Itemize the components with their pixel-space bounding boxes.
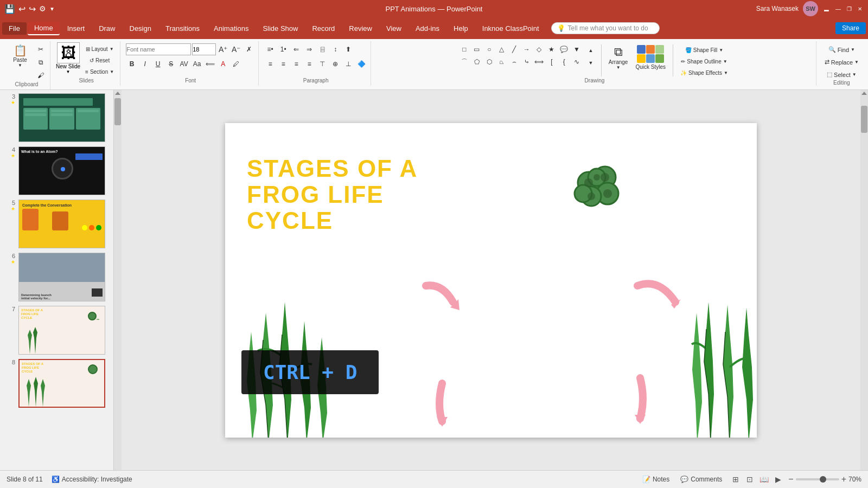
redo-icon[interactable]: ↪ (29, 4, 36, 14)
clear-format-button[interactable]: ✗ (243, 43, 255, 55)
line-shape[interactable]: ╱ (508, 43, 520, 55)
vscroll-thumb[interactable] (114, 98, 121, 125)
curve-shape[interactable]: ⌒ (458, 56, 470, 68)
round-rect-shape[interactable]: ▭ (471, 43, 483, 55)
ribbon-collapse-icon[interactable]: 🗕 (822, 4, 830, 13)
avatar[interactable]: SW (803, 1, 818, 16)
slideshow-view-button[interactable]: ▶ (772, 473, 784, 485)
format-painter-button[interactable]: 🖌 (35, 69, 47, 81)
tell-me-box[interactable]: 💡 Tell me what you want to do (551, 22, 660, 34)
menu-classpoint[interactable]: Inknoe ClassPoint (476, 22, 546, 35)
replace-button[interactable]: ⇄ Replace ▼ (822, 57, 861, 67)
smartart-button[interactable]: 🔷 (355, 58, 367, 70)
freeform-shape[interactable]: ∿ (571, 56, 583, 68)
minimize-button[interactable]: — (834, 5, 842, 12)
close-button[interactable]: ✕ (856, 5, 864, 12)
notes-button[interactable]: 📝 Notes (639, 474, 673, 484)
quick-styles-button[interactable]: Quick Styles (633, 43, 668, 72)
slide-item-5[interactable]: 5 ★ Complete the Conversation (2, 198, 111, 249)
paste-dropdown[interactable]: ▼ (18, 63, 22, 68)
arrange-dropdown[interactable]: ▼ (616, 65, 621, 70)
accessibility-button[interactable]: ♿ Accessibility: Investigate (52, 476, 132, 483)
dropdown-icon[interactable]: ▼ (49, 6, 55, 12)
arrange-button[interactable]: ⧉ Arrange ▼ (606, 43, 631, 72)
diamond-shape[interactable]: ◇ (533, 43, 545, 55)
reset-button[interactable]: ↺ Reset (82, 56, 117, 65)
char-spacing-button[interactable]: AV (178, 58, 190, 70)
callout-shape[interactable]: 💬 (558, 43, 570, 55)
align-top-button[interactable]: ⊤ (316, 58, 328, 70)
menu-home[interactable]: Home (28, 22, 60, 35)
oval-shape[interactable]: ○ (483, 43, 495, 55)
decrease-indent-button[interactable]: ⇐ (290, 43, 302, 55)
restore-button[interactable]: ❐ (845, 5, 853, 12)
bullets-button[interactable]: ≡• (264, 43, 276, 55)
decrease-font-button[interactable]: A⁻ (230, 43, 242, 55)
line-spacing-button[interactable]: ↕ (329, 43, 341, 55)
menu-help[interactable]: Help (447, 22, 475, 35)
rect-shape[interactable]: □ (458, 43, 470, 55)
bracket-shape[interactable]: [ (546, 56, 558, 68)
save-icon[interactable]: 💾 (4, 4, 15, 14)
copy-button[interactable]: ⧉ (35, 56, 47, 68)
zoom-in-button[interactable]: + (841, 474, 846, 484)
zoom-slider[interactable] (796, 478, 839, 480)
shapes-scroll-up[interactable]: ▲ (585, 44, 597, 56)
menu-transitions[interactable]: Transitions (159, 22, 206, 35)
menu-review[interactable]: Review (342, 22, 379, 35)
slide-item-8[interactable]: 8 STAGES OF AFROG LIFECYCLE (2, 358, 111, 409)
slide-item-7[interactable]: 7 STAGES OF AFROG LIFECYCLE •• (2, 305, 111, 356)
connector-shape[interactable]: ⤷ (521, 56, 533, 68)
strikethrough-button[interactable]: S (165, 58, 177, 70)
paste-button[interactable]: 📋 Paste ▼ (7, 42, 34, 69)
vscroll-up[interactable] (115, 92, 120, 95)
arc-shape[interactable]: ⌢ (508, 56, 520, 68)
align-center-button[interactable]: ≡ (277, 58, 289, 70)
align-right-button[interactable]: ≡ (290, 58, 302, 70)
font-color-button[interactable]: A (217, 58, 229, 70)
highlight-button[interactable]: 🖊 (230, 58, 242, 70)
cut-button[interactable]: ✂ (35, 43, 47, 55)
shape-outline-button[interactable]: ✏ Shape Outline ▼ (678, 57, 731, 66)
trapezoid-shape[interactable]: ⏢ (496, 56, 508, 68)
customize-icon[interactable]: ⚙ (39, 4, 46, 13)
slide-item-4[interactable]: 4 ★ What is to an Atom? (2, 145, 111, 196)
new-slide-dropdown[interactable]: ▼ (66, 69, 71, 74)
window-controls[interactable]: — ❐ ✕ (834, 5, 864, 12)
menu-addins[interactable]: Add-ins (409, 22, 446, 35)
find-button[interactable]: 🔍 Find ▼ (822, 44, 861, 55)
numbering-button[interactable]: 1• (277, 43, 289, 55)
comments-button[interactable]: 💬 Comments (677, 474, 725, 484)
triangle-shape[interactable]: △ (496, 43, 508, 55)
menu-slideshow[interactable]: Slide Show (256, 22, 304, 35)
share-button[interactable]: Share (835, 22, 866, 34)
menu-file[interactable]: File (2, 22, 27, 35)
pentagon-shape[interactable]: ⬠ (471, 56, 483, 68)
doublebar-shape[interactable]: ⟺ (533, 56, 545, 68)
arrow-shape[interactable]: → (521, 43, 533, 55)
undo-icon[interactable]: ↩ (18, 4, 25, 14)
menu-design[interactable]: Design (123, 22, 158, 35)
layout-button[interactable]: ⊞ Layout ▼ (82, 44, 117, 54)
menu-view[interactable]: View (380, 22, 408, 35)
shape-fill-button[interactable]: 🪣 Shape Fill ▼ (678, 46, 731, 55)
more-shapes[interactable]: ▼ (571, 43, 583, 55)
select-button[interactable]: ⬚ Select ▼ (822, 69, 861, 80)
font-case-button[interactable]: Aa (191, 58, 203, 70)
italic-button[interactable]: I (139, 58, 151, 70)
align-left-button[interactable]: ≡ (264, 58, 276, 70)
font-name-input[interactable] (126, 43, 191, 55)
align-bottom-button[interactable]: ⊥ (342, 58, 354, 70)
menu-animations[interactable]: Animations (207, 22, 255, 35)
font-size-input[interactable] (192, 43, 216, 55)
text-direction-button[interactable]: ⟸ (204, 58, 216, 70)
justify-button[interactable]: ≡ (303, 58, 315, 70)
slide-item-3[interactable]: 3 ★ (2, 92, 111, 143)
menu-draw[interactable]: Draw (92, 22, 122, 35)
star-shape[interactable]: ★ (546, 43, 558, 55)
normal-view-button[interactable]: ⊞ (730, 473, 742, 485)
increase-indent-button[interactable]: ⇒ (303, 43, 315, 55)
section-button[interactable]: ≡ Section ▼ (82, 67, 117, 76)
slide-sorter-button[interactable]: ⊡ (744, 473, 756, 485)
reading-view-button[interactable]: 📖 (758, 473, 770, 485)
